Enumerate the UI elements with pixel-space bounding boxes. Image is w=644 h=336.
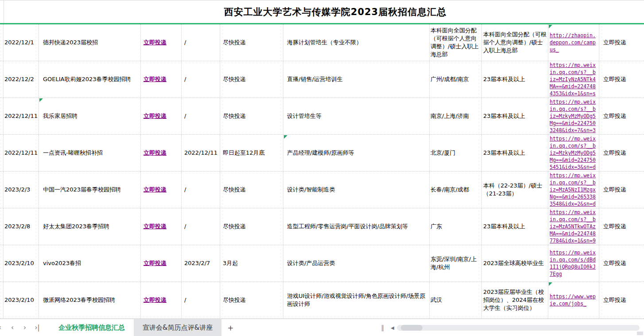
action-text: 立即投递	[603, 259, 642, 267]
publish-date-text: 2022/12/1	[4, 39, 37, 47]
cell-start-date: 2023/2/7	[182, 245, 220, 281]
title-row: 西安工业大学艺术与传媒学院2023届秋招信息汇总	[0, 0, 644, 23]
next-sheet-icon[interactable]: ›	[19, 324, 31, 332]
apply-now-link[interactable]: 立即投递	[144, 296, 179, 304]
deadline-text: 尽快投递	[223, 112, 281, 120]
cell-company: 中国一汽2023届春季校园招聘	[39, 172, 141, 208]
horizontal-scrollbar[interactable]	[397, 325, 640, 331]
row-gutter	[0, 98, 4, 134]
audience-text: 2023届应届毕业生（校招岗位）、2024届在校大学生（实习岗位）	[483, 288, 547, 312]
tabbar-right-controls: ‖ ◀	[381, 319, 644, 336]
cell-start-date: /	[182, 208, 220, 245]
row-gutter	[0, 24, 4, 61]
audience-text: 本科面向全国分配（可根据个人意向调整）/硕士入职上海总部	[483, 31, 547, 55]
company-text: GOELIA歌莉娅2023春季校园招聘	[43, 75, 139, 83]
apply-now-link[interactable]: 立即投递	[144, 223, 179, 231]
cell-action: 立即投递	[599, 98, 644, 134]
company-text: 一点资讯-啫喱秋招补招	[43, 149, 139, 157]
apply-now-link[interactable]: 立即投递	[144, 39, 179, 47]
cell-positions: 产品经理/建模师/原画师等	[283, 135, 430, 171]
cell-action: 立即投递	[599, 282, 644, 318]
cell-audience: 2023届应届毕业生（校招岗位）、2024届在校大学生（实习岗位）	[482, 282, 548, 318]
first-sheet-icon[interactable]: ‹	[0, 324, 6, 332]
cell-positions: 游戏UI设计师/游戏视觉设计师/角色原画设计师/场景原画设计师	[283, 282, 430, 318]
cell-apply-link: 立即投递	[141, 172, 182, 208]
start-date-text: /	[184, 186, 218, 194]
table-row: 2022/12/11 我乐家居招聘 立即投递 / 尽快投递 设计管培生等 南京/…	[0, 98, 644, 135]
row-gutter	[0, 135, 4, 171]
positions-text: 产品经理/建模师/原画师等	[287, 149, 427, 157]
last-sheet-icon[interactable]: ›|	[31, 324, 43, 332]
deadline-text: 即日起至12月底	[223, 149, 281, 157]
cell-company: vivo2023春招	[39, 245, 141, 281]
audience-text: 23届本科及以上	[483, 112, 547, 120]
scroll-left-icon[interactable]: ◀	[391, 325, 394, 330]
cell-publish-date: 2022/12/11	[4, 135, 39, 171]
cell-apply-link: 立即投递	[141, 245, 182, 281]
company-text: 德邦快递2023届校招	[43, 39, 139, 47]
add-sheet-button[interactable]: ＋	[221, 319, 239, 336]
cell-url: https://mp.weixin.qq.com/s/dBd1I1jQRpQ8u…	[548, 245, 599, 281]
scrollbar-thumb[interactable]	[401, 325, 423, 331]
cell-company: 德邦快递2023届校招	[39, 24, 141, 61]
row-gutter	[0, 208, 4, 245]
action-text: 立即投递	[603, 39, 642, 47]
table-body: 2022/12/1 德邦快递2023届校招 立即投递 / 尽快投递 海豚计划管培…	[0, 24, 644, 319]
location-text: 东莞/深圳/南京/上海/杭州	[431, 255, 481, 271]
table-row: 2023/2/10 微派网络2023春季校园招聘 立即投递 / 尽快投递 游戏U…	[0, 282, 644, 319]
audience-text: 本科（22-23届）/硕士（21-23届）	[483, 182, 547, 198]
apply-now-link[interactable]: 立即投递	[144, 112, 179, 120]
prev-sheet-icon[interactable]: ‹	[6, 324, 19, 332]
job-url-link[interactable]: https://mp.weixin.qq.com/s/dBd1I1jQRpQ8u…	[550, 249, 597, 277]
apply-now-link[interactable]: 立即投递	[144, 259, 179, 267]
cell-publish-date: 2022/12/1	[4, 24, 39, 61]
apply-now-link[interactable]: 立即投递	[144, 75, 179, 83]
start-date-text: /	[184, 75, 218, 83]
row-gutter	[0, 172, 4, 208]
cell-company: 一点资讯-啫喱秋招补招	[39, 135, 141, 171]
cell-positions: 设计管培生等	[283, 98, 430, 134]
cell-url: https://mp.weixin.qq.com/s?__biz=MzkyMzM…	[548, 98, 599, 134]
apply-now-link[interactable]: 立即投递	[144, 149, 179, 157]
cell-location: 南京/上海/济南	[430, 98, 482, 134]
error-marker-triangle	[284, 135, 287, 139]
cell-url: https://mp.weixin.qq.com/s?__biz=MzIyNzA…	[548, 61, 599, 98]
audience-text: 23届本科及以上	[483, 149, 547, 157]
cell-deadline: 尽快投递	[220, 208, 283, 245]
action-text: 立即投递	[603, 296, 642, 304]
start-date-text: /	[184, 223, 218, 231]
start-date-text: 2022/12/11	[184, 149, 218, 157]
job-url-link[interactable]: https://mp.weixin.qq.com/s?__biz=MzkyMzM…	[550, 135, 597, 171]
cell-action: 立即投递	[599, 245, 644, 281]
positions-text: 直播/销售/运营培训生	[287, 75, 427, 83]
job-url-link[interactable]: https://mp.weixin.qq.com/s?__biz=MzA5NzI…	[550, 172, 597, 207]
job-url-link[interactable]: http://zhaopin.deppon.com/campus_	[550, 32, 597, 53]
sheet-tab-active[interactable]: 企业秋季招聘信息汇总	[50, 319, 134, 336]
cell-deadline: 尽快投递	[220, 172, 283, 208]
sheet-tab-bar: ‹ ‹ › ›| 企业秋季招聘信息汇总 宣讲会&简历点评&讲座 ＋ ‖ ◀	[0, 319, 644, 336]
row-gutter	[0, 282, 4, 318]
cell-apply-link: 立即投递	[141, 61, 182, 98]
cell-apply-link: 立即投递	[141, 98, 182, 134]
start-date-text: /	[184, 112, 218, 120]
job-url-link[interactable]: https://mp.weixin.qq.com/s?__biz=MzA5NTk…	[550, 209, 597, 244]
action-text: 立即投递	[603, 149, 642, 157]
job-url-link[interactable]: https://www.wepie.com/jobs_	[550, 293, 597, 307]
cell-positions: 设计类/产品运营类	[283, 245, 430, 281]
tab-splitter-handle[interactable]: ‖	[381, 324, 384, 331]
publish-date-text: 2022/12/2	[4, 75, 37, 83]
action-text: 立即投递	[603, 75, 642, 83]
sheet-tab-inactive[interactable]: 宣讲会&简历点评&讲座	[134, 319, 221, 336]
job-url-link[interactable]: https://mp.weixin.qq.com/s?__biz=MzIyNzA…	[550, 62, 597, 97]
positions-text: 游戏UI设计师/游戏视觉设计师/角色原画设计师/场景原画设计师	[287, 292, 427, 308]
cell-company: 我乐家居招聘	[39, 98, 141, 134]
cell-publish-date: 2023/2/10	[4, 245, 39, 281]
cell-audience: 本科面向全国分配（可根据个人意向调整）/硕士入职上海总部	[482, 24, 548, 61]
cell-apply-link: 立即投递	[141, 208, 182, 245]
cell-action: 立即投递	[599, 135, 644, 171]
apply-now-link[interactable]: 立即投递	[144, 186, 179, 194]
job-url-link[interactable]: https://mp.weixin.qq.com/s?__biz=MzkyMzM…	[550, 98, 597, 134]
publish-date-text: 2022/12/11	[4, 149, 37, 157]
cell-positions: 造型工程师/零售运营岗/平面设计岗/品牌策划等	[283, 208, 430, 245]
publish-date-text: 2023/2/10	[4, 296, 37, 304]
